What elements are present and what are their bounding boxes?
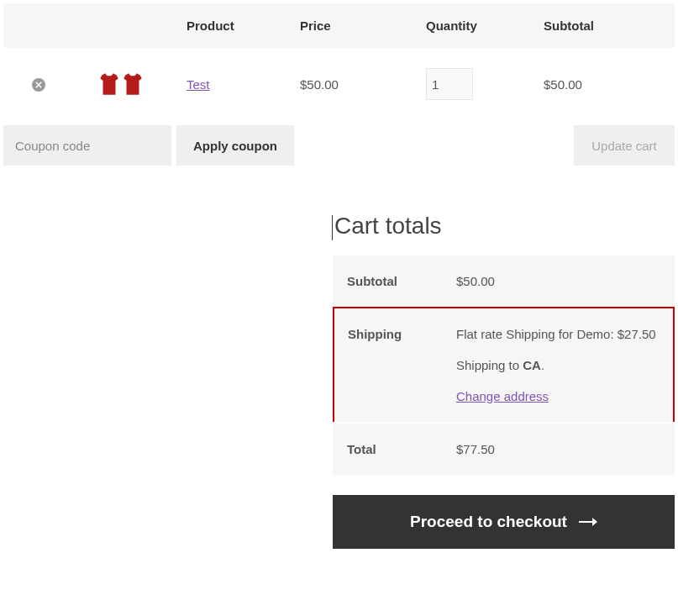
cart-actions: Apply coupon Update cart xyxy=(3,125,675,166)
table-row: Test $50.00 $50.00 xyxy=(3,48,675,120)
proceed-to-checkout-button[interactable]: Proceed to checkout xyxy=(333,495,675,549)
header-quantity: Quantity xyxy=(419,3,537,48)
cart-totals: Cart totals Subtotal $50.00 Shipping Fla… xyxy=(333,213,675,549)
update-cart-button[interactable]: Update cart xyxy=(574,125,675,166)
header-price: Price xyxy=(293,3,419,48)
cart-table: Product Price Quantity Subtotal Test $50… xyxy=(3,3,675,120)
item-price: $50.00 xyxy=(293,48,419,120)
product-thumbnail[interactable] xyxy=(69,71,173,97)
header-subtotal: Subtotal xyxy=(537,3,675,48)
total-value: $77.50 xyxy=(443,423,674,475)
apply-coupon-button[interactable]: Apply coupon xyxy=(176,125,294,166)
shipping-destination: Shipping to CA. xyxy=(456,358,660,372)
shipping-method: Flat rate Shipping for Demo: $27.50 xyxy=(456,327,660,341)
coupon-input[interactable] xyxy=(3,125,171,166)
totals-table: Subtotal $50.00 Shipping Flat rate Shipp… xyxy=(333,255,675,475)
subtotal-value: $50.00 xyxy=(443,255,674,308)
shipping-label: Shipping xyxy=(334,308,443,423)
quantity-input[interactable] xyxy=(426,68,473,100)
product-link[interactable]: Test xyxy=(187,77,210,92)
tshirt-icon xyxy=(98,71,120,97)
total-label: Total xyxy=(334,423,443,475)
item-subtotal: $50.00 xyxy=(537,48,675,120)
subtotal-label: Subtotal xyxy=(334,255,443,308)
cart-totals-title: Cart totals xyxy=(332,213,675,240)
arrow-right-icon xyxy=(579,516,597,528)
header-product: Product xyxy=(180,3,293,48)
remove-item-button[interactable] xyxy=(32,78,45,92)
checkout-label: Proceed to checkout xyxy=(410,513,567,531)
tshirt-icon xyxy=(122,71,144,97)
shipping-row-highlighted: Shipping Flat rate Shipping for Demo: $2… xyxy=(334,308,674,423)
change-address-link[interactable]: Change address xyxy=(456,389,549,403)
close-icon xyxy=(35,82,42,88)
